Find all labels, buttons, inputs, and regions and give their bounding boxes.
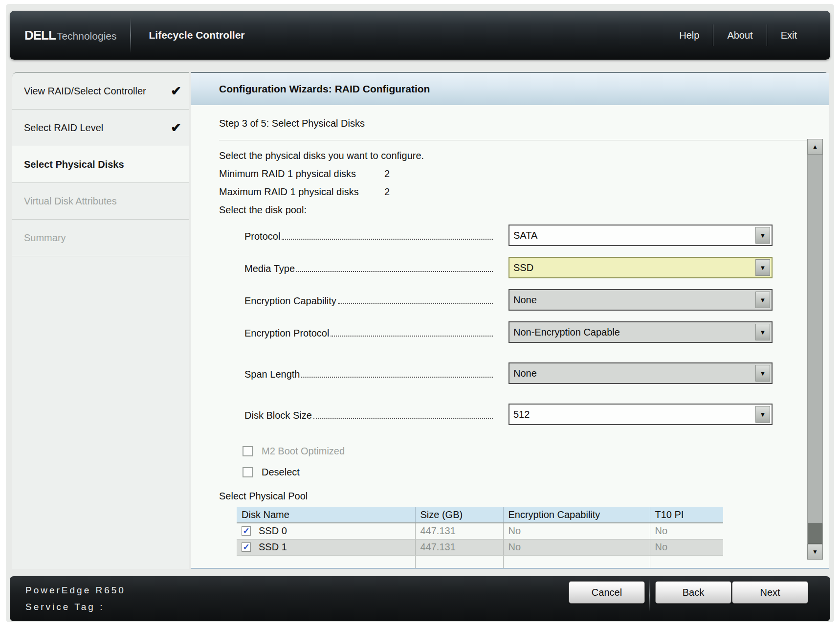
sidebar-item-select-raid-level[interactable]: Select RAID Level ✔: [12, 110, 189, 146]
column-header-size: Size (GB): [415, 507, 503, 523]
wizard-steps-sidebar: View RAID/Select Controller ✔ Select RAI…: [12, 72, 189, 569]
step-complete-check-icon: ✔: [171, 121, 181, 134]
table-header-row: Disk Name Size (GB) Encryption Capabilit…: [237, 507, 723, 523]
dropdown-arrow-button[interactable]: ▼: [755, 227, 770, 244]
wizard-title-band: Configuration Wizards: RAID Configuratio…: [191, 73, 829, 105]
encryption-protocol-dropdown: Non-Encryption Capable ▼: [508, 321, 773, 343]
disk-t10pi: No: [650, 523, 723, 539]
media-type-dropdown[interactable]: SSD ▼: [508, 257, 773, 278]
disk-pool-prompt: Select the disk pool:: [219, 204, 829, 216]
max-disks-row: Maximum RAID 1 physical disks 2: [219, 186, 829, 198]
media-type-value: SSD: [513, 262, 533, 273]
table-row: ✓ SSD 0 447.131 No No: [237, 523, 723, 539]
sidebar-item-label: Select Physical Disks: [24, 159, 124, 170]
encryption-protocol-field-row: Encryption Protocol Non-Encryption Capab…: [244, 321, 773, 343]
dell-logo-suffix: Technologies: [57, 30, 117, 42]
top-menu: Help About Exit: [665, 24, 830, 46]
sidebar-item-label: Virtual Disk Attributes: [24, 196, 117, 207]
wizard-content-panel: Configuration Wizards: RAID Configuratio…: [191, 72, 829, 569]
system-model: PowerEdge R650: [25, 582, 126, 599]
deselect-checkbox[interactable]: [243, 467, 253, 477]
disk-row-checkbox[interactable]: ✓: [242, 526, 251, 536]
chevron-down-icon: ▼: [760, 329, 766, 336]
dropdown-arrow-button[interactable]: ▼: [755, 406, 770, 423]
column-header-t10-pi: T10 PI: [650, 507, 723, 523]
disk-block-size-dropdown[interactable]: 512 ▼: [508, 404, 773, 425]
disk-encryption: No: [503, 523, 650, 539]
chevron-down-icon: ▼: [760, 297, 766, 303]
disk-size: 447.131: [415, 523, 503, 539]
m2-boot-optimized-checkbox: [243, 446, 253, 456]
max-disks-value: 2: [384, 186, 390, 198]
exit-link[interactable]: Exit: [767, 26, 811, 45]
disk-name: SSD 0: [259, 525, 287, 537]
scroll-up-icon: ▲: [812, 143, 818, 150]
chevron-down-icon: ▼: [760, 411, 766, 418]
scroll-down-icon: ▼: [812, 548, 818, 555]
table-row: ✓ SSD 1 447.131 No No: [237, 539, 723, 555]
step-indicator: Step 3 of 5: Select Physical Disks: [191, 105, 829, 129]
help-link[interactable]: Help: [665, 26, 713, 45]
protocol-dropdown[interactable]: SATA ▼: [508, 225, 773, 246]
disk-block-size-value: 512: [513, 409, 530, 420]
chevron-down-icon: ▼: [760, 265, 766, 271]
scroll-up-button[interactable]: ▲: [807, 139, 823, 155]
column-header-disk-name: Disk Name: [237, 507, 415, 523]
check-icon: ✓: [243, 543, 249, 551]
dotted-leader: [313, 418, 493, 419]
sidebar-item-view-raid-select-controller[interactable]: View RAID/Select Controller ✔: [12, 73, 189, 110]
encryption-capability-value: None: [513, 294, 537, 306]
topbar-divider: [130, 18, 131, 53]
disk-size: 447.131: [415, 539, 503, 555]
sidebar-item-label: View RAID/Select Controller: [24, 86, 146, 97]
encryption-capability-dropdown: None ▼: [508, 289, 773, 311]
scrollbar-thumb[interactable]: [808, 523, 822, 544]
sidebar-item-select-physical-disks[interactable]: Select Physical Disks: [12, 146, 189, 183]
next-button[interactable]: Next: [732, 581, 808, 604]
chevron-down-icon: ▼: [760, 370, 766, 377]
dropdown-arrow-button[interactable]: ▼: [755, 259, 770, 276]
system-info: PowerEdge R650 Service Tag :: [25, 582, 126, 615]
sidebar-item-label: Select RAID Level: [24, 122, 103, 134]
app-title: Lifecycle Controller: [149, 29, 244, 41]
about-link[interactable]: About: [713, 26, 766, 45]
span-length-dropdown: None ▼: [508, 362, 773, 384]
vertical-scrollbar[interactable]: ▲ ▼: [807, 139, 823, 560]
encryption-protocol-label: Encryption Protocol: [244, 328, 329, 343]
sidebar-item-label: Summary: [24, 232, 66, 244]
m2-boot-optimized-checkbox-row: M2 Boot Optimized: [243, 446, 829, 457]
physical-disk-table: Disk Name Size (GB) Encryption Capabilit…: [237, 507, 723, 568]
bottom-bar: PowerEdge R650 Service Tag : Cancel Back…: [10, 576, 830, 621]
wizard-body: Select the physical disks you want to co…: [191, 140, 829, 568]
page-title: Configuration Wizards: RAID Configuratio…: [219, 83, 430, 95]
encryption-capability-label: Encryption Capability: [244, 295, 336, 311]
sidebar-item-virtual-disk-attributes: Virtual Disk Attributes: [12, 183, 189, 220]
span-length-value: None: [513, 368, 537, 379]
disk-row-checkbox[interactable]: ✓: [242, 542, 251, 552]
min-disks-label: Minimum RAID 1 physical disks: [219, 168, 384, 180]
encryption-capability-field-row: Encryption Capability None ▼: [244, 289, 773, 311]
dell-logo-text: DELL: [24, 28, 56, 43]
disk-encryption: No: [503, 539, 650, 555]
step-complete-check-icon: ✔: [171, 85, 181, 97]
scrollbar-track[interactable]: [807, 155, 823, 544]
media-type-label: Media Type: [244, 263, 295, 278]
deselect-checkbox-row[interactable]: Deselect: [243, 467, 829, 478]
dotted-leader: [338, 303, 493, 304]
table-row-empty: [237, 555, 723, 568]
disk-t10pi: No: [650, 539, 723, 555]
cancel-button[interactable]: Cancel: [569, 581, 645, 604]
dotted-leader: [301, 377, 493, 378]
sidebar-item-summary: Summary: [12, 220, 189, 256]
disk-block-size-field-row: Disk Block Size 512 ▼: [244, 404, 773, 425]
scroll-down-button[interactable]: ▼: [807, 544, 823, 560]
encryption-protocol-value: Non-Encryption Capable: [513, 327, 620, 338]
chevron-down-icon: ▼: [760, 232, 766, 239]
span-length-label: Span Length: [244, 369, 300, 384]
max-disks-label: Maximum RAID 1 physical disks: [219, 186, 384, 198]
dotted-leader: [282, 239, 493, 240]
dotted-leader: [296, 271, 493, 272]
check-icon: ✓: [243, 527, 249, 535]
service-tag: Service Tag :: [25, 599, 126, 615]
back-button[interactable]: Back: [655, 581, 731, 604]
